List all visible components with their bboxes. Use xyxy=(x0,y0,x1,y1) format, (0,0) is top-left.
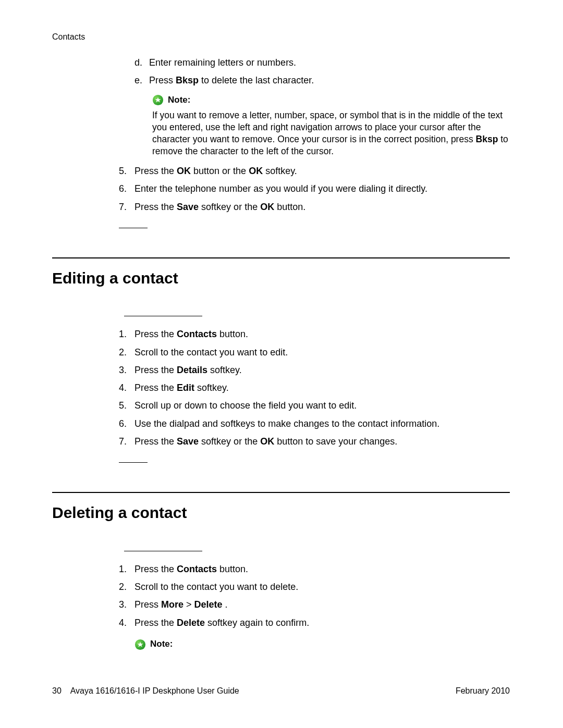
list-marker: 6. xyxy=(119,182,134,195)
list-item: 5. Scroll up or down to choose the field… xyxy=(119,399,510,412)
list-item: 6. Enter the telephone number as you wou… xyxy=(119,182,510,195)
list-marker: 1. xyxy=(119,328,134,340)
list-marker: 7. xyxy=(119,201,134,213)
list-text: Press Bksp to delete the last character. xyxy=(149,74,314,87)
list-item: 1. Press the Contacts button. xyxy=(119,563,510,575)
list-text: Use the dialpad and softkeys to make cha… xyxy=(134,417,439,430)
list-text: Enter the telephone number as you would … xyxy=(134,182,427,195)
list-text: Scroll to the contact you want to delete… xyxy=(134,581,298,593)
numbered-list: 1. Press the Contacts button. 2. Scroll … xyxy=(119,563,510,629)
list-text: Press the Save softkey or the OK button. xyxy=(134,201,305,213)
short-rule xyxy=(119,228,148,228)
list-item: 3. Press the Details softkey. xyxy=(119,364,510,376)
list-text: Scroll to the contact you want to edit. xyxy=(134,346,288,359)
short-rule xyxy=(124,551,202,551)
list-marker: 1. xyxy=(119,563,134,575)
list-text: Press the Edit softkey. xyxy=(134,381,229,394)
list-item: 2. Scroll to the contact you want to edi… xyxy=(119,346,510,359)
list-text: Enter remaining letters or numbers. xyxy=(149,56,296,69)
list-item: 4. Press the Delete softkey again to con… xyxy=(119,616,510,629)
list-text: Press the Contacts button. xyxy=(134,328,248,340)
numbered-list: 5. Press the OK button or the OK softkey… xyxy=(119,165,510,213)
note-icon xyxy=(152,94,164,106)
list-marker: 5. xyxy=(119,399,134,412)
list-item: 7. Press the Save softkey or the OK butt… xyxy=(119,201,510,213)
page-footer: 30 Avaya 1616/1616-I IP Deskphone User G… xyxy=(52,685,510,697)
list-marker: 2. xyxy=(119,346,134,359)
list-item: e. Press Bksp to delete the last charact… xyxy=(134,74,510,87)
list-item: 3. Press More > Delete . xyxy=(119,598,510,611)
note-header: Note: xyxy=(134,638,510,650)
list-item: 4. Press the Edit softkey. xyxy=(119,381,510,394)
running-header: Contacts xyxy=(52,31,85,43)
sub-list: d. Enter remaining letters or numbers. e… xyxy=(134,56,510,87)
note-label: Note: xyxy=(168,94,190,106)
list-marker: d. xyxy=(134,56,149,69)
list-text: Press the Details softkey. xyxy=(134,364,242,376)
doc-title: Avaya 1616/1616-I IP Deskphone User Guid… xyxy=(70,686,239,695)
list-item: 7. Press the Save softkey or the OK butt… xyxy=(119,435,510,448)
list-item: 2. Scroll to the contact you want to del… xyxy=(119,581,510,593)
footer-date: February 2010 xyxy=(456,685,510,697)
list-text: Press the Contacts button. xyxy=(134,563,248,575)
list-item: 6. Use the dialpad and softkeys to make … xyxy=(119,417,510,430)
list-marker: 7. xyxy=(119,435,134,448)
short-rule xyxy=(119,462,148,463)
note-block: Note: xyxy=(134,638,510,650)
list-marker: 2. xyxy=(119,581,134,593)
list-text: Press the Delete softkey again to confir… xyxy=(134,616,309,629)
page-number: 30 xyxy=(52,686,62,695)
list-item: d. Enter remaining letters or numbers. xyxy=(134,56,510,69)
list-marker: 5. xyxy=(119,165,134,177)
list-marker: 4. xyxy=(119,381,134,394)
list-text: Scroll up or down to choose the field yo… xyxy=(134,399,357,412)
footer-left: 30 Avaya 1616/1616-I IP Deskphone User G… xyxy=(52,685,239,697)
page-content: d. Enter remaining letters or numbers. e… xyxy=(52,56,510,653)
numbered-list: 1. Press the Contacts button. 2. Scroll … xyxy=(119,328,510,448)
list-text: Press the OK button or the OK softkey. xyxy=(134,165,297,177)
section-heading: Editing a contact xyxy=(52,268,510,289)
note-label: Note: xyxy=(150,638,173,650)
list-marker: e. xyxy=(134,74,149,87)
list-item: 5. Press the OK button or the OK softkey… xyxy=(119,165,510,177)
list-marker: 4. xyxy=(119,616,134,629)
section-heading: Deleting a contact xyxy=(52,502,510,524)
note-header: Note: xyxy=(152,94,510,106)
list-marker: 3. xyxy=(119,598,134,611)
note-block: Note: If you want to remove a letter, nu… xyxy=(152,94,510,157)
note-body: If you want to remove a letter, number, … xyxy=(152,109,510,157)
section-divider xyxy=(52,257,510,258)
list-text: Press the Save softkey or the OK button … xyxy=(134,435,397,448)
list-item: 1. Press the Contacts button. xyxy=(119,328,510,340)
note-icon xyxy=(134,639,146,650)
list-marker: 6. xyxy=(119,417,134,430)
list-text: Press More > Delete . xyxy=(134,598,228,611)
list-marker: 3. xyxy=(119,364,134,376)
section-divider xyxy=(52,492,510,493)
short-rule xyxy=(124,316,202,316)
